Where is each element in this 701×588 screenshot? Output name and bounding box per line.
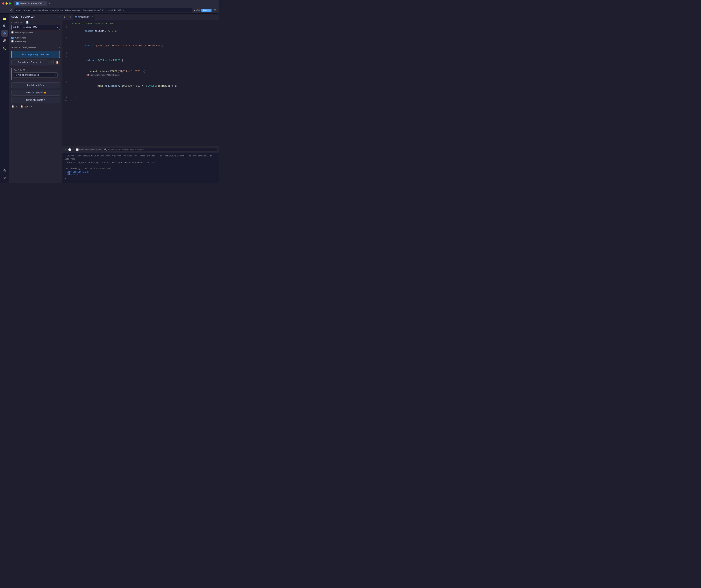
sidebar-header-icons: ✓ › bbox=[56, 15, 60, 18]
menu-button[interactable]: ☰ bbox=[213, 8, 217, 12]
compile-button[interactable]: ↻ Compile MyToken.sol bbox=[11, 51, 60, 58]
ethers-link[interactable]: ethers.js bbox=[67, 173, 78, 175]
line-number-9: 9 bbox=[62, 95, 69, 99]
console-bullet-ethers: •ethers.js bbox=[64, 173, 216, 175]
bytecode-label: Bytecode bbox=[24, 105, 32, 108]
back-button[interactable]: ‹ bbox=[2, 8, 4, 12]
publish-ipfs-button[interactable]: Publish on Ipfs ● bbox=[11, 82, 60, 88]
tab-close-button[interactable]: × bbox=[44, 2, 45, 4]
new-tab-button[interactable]: + bbox=[48, 2, 51, 5]
sidebar-title: SOLIDITY COMPILER bbox=[11, 16, 35, 18]
forward-button[interactable]: › bbox=[6, 8, 8, 12]
addressbar: ‹ › ↺ ● VPN Update ☰ bbox=[0, 7, 219, 14]
tab-bar: R Remix - Ethereum IDE × + bbox=[14, 1, 216, 6]
compiler-section: COMPILER + 📄 0.8.22+commit.4fc1097e ▾ In… bbox=[9, 20, 62, 45]
activity-plugin-icon[interactable]: 🔌 bbox=[1, 167, 8, 174]
update-button[interactable]: Update bbox=[201, 9, 212, 12]
zoom-in-icon[interactable]: ⊕ bbox=[69, 15, 71, 18]
reload-button[interactable]: ↺ bbox=[9, 8, 13, 12]
line-number-10: 10 bbox=[62, 99, 69, 103]
activity-bar: 📁 🔍 ⚙ 🚀 🐛 🔌 ⚙ bbox=[0, 14, 9, 183]
deploy-icon: 🚀 bbox=[3, 39, 6, 42]
settings-icon: ⚙ bbox=[3, 176, 6, 180]
minimize-window-button[interactable] bbox=[5, 2, 8, 5]
activity-compiler-icon[interactable]: ⚙ bbox=[1, 30, 8, 37]
bytecode-copy-item[interactable]: 📋 Bytecode bbox=[20, 105, 32, 108]
editor-tab-mytoken[interactable]: MyToken.sol × bbox=[73, 14, 95, 20]
publish-swarm-label: Publish on Swarm bbox=[25, 91, 43, 94]
auto-compile-label[interactable]: Auto compile bbox=[15, 37, 26, 39]
line-number-7: 7 bbox=[62, 66, 69, 80]
gas-hint: ⛽ infinite gas 733800 gas bbox=[86, 74, 120, 76]
code-line-6: 6 contract MyToken is ERC20 { bbox=[62, 55, 219, 66]
contract-select-wrapper: MyToken (MyToken.sol) ▾ bbox=[14, 72, 57, 77]
auto-compile-checkbox[interactable] bbox=[11, 37, 14, 39]
debug-icon: 🐛 bbox=[3, 46, 6, 50]
web3-link[interactable]: web3 version 1.5.2 bbox=[67, 171, 89, 173]
line-number-2: 2 bbox=[62, 26, 69, 37]
zoom-out-icon[interactable]: ⊖ bbox=[66, 15, 69, 18]
search-icon: 🔍 bbox=[3, 24, 6, 28]
line-content-3 bbox=[69, 37, 219, 40]
activity-deploy-icon[interactable]: 🚀 bbox=[1, 37, 8, 44]
address-bar-right: ● VPN Update ☰ bbox=[194, 8, 217, 12]
contract-select[interactable]: MyToken (MyToken.sol) bbox=[14, 72, 57, 77]
publish-swarm-button[interactable]: Publish on Swarm 🔶 bbox=[11, 90, 60, 95]
transaction-search-input[interactable] bbox=[108, 149, 215, 151]
file-button[interactable]: 📄 bbox=[26, 21, 29, 24]
info-button[interactable]: ℹ bbox=[48, 60, 54, 65]
compiler-label-row: COMPILER + 📄 bbox=[11, 21, 60, 24]
auto-compile-row: Auto compile bbox=[11, 36, 60, 39]
tab-close-icon[interactable]: × bbox=[92, 16, 93, 18]
console-prompt[interactable]: > bbox=[64, 178, 66, 180]
main-layout: 📁 🔍 ⚙ 🚀 🐛 🔌 ⚙ SOLIDITY COMPILER ✓ › bbox=[0, 14, 219, 183]
sidebar-header: SOLIDITY COMPILER ✓ › bbox=[9, 14, 62, 20]
compiler-label-text: COMPILER bbox=[11, 21, 22, 23]
include-nightly-checkbox[interactable] bbox=[11, 31, 14, 33]
compiler-version-select[interactable]: 0.8.22+commit.4fc1097e bbox=[12, 25, 60, 30]
copy-icon: 📋 bbox=[56, 61, 59, 64]
maximize-window-button[interactable] bbox=[9, 2, 11, 5]
clock-icon: 🕐 bbox=[68, 148, 71, 151]
hide-warnings-checkbox[interactable] bbox=[11, 40, 14, 42]
compile-run-button[interactable]: Compile and Run script bbox=[11, 59, 47, 65]
line-content-4: import "@openzeppelin/contracts/token/ER… bbox=[69, 40, 219, 51]
collapse-icon[interactable]: ⬇ bbox=[64, 148, 66, 151]
activity-settings-icon[interactable]: ⚙ bbox=[1, 174, 8, 181]
copy-script-button[interactable]: 📋 bbox=[55, 60, 60, 65]
include-nightly-label[interactable]: Include nightly builds bbox=[15, 31, 33, 33]
close-window-button[interactable] bbox=[2, 2, 4, 5]
expand-icon[interactable]: › bbox=[59, 15, 60, 18]
console-bullet-web3: •web3 version 1.5.2 bbox=[64, 171, 216, 173]
bottom-toolbar: ⬇ 🕐 0 listen on all transactions 🔍 bbox=[62, 146, 219, 153]
address-input[interactable] bbox=[14, 8, 193, 12]
code-editor[interactable]: 1 // SPDX-License-Identifier: MIT 2 prag… bbox=[62, 20, 219, 146]
listen-checkbox[interactable] bbox=[76, 148, 78, 151]
activity-files-icon[interactable]: 📁 bbox=[1, 15, 8, 22]
activity-search-icon[interactable]: 🔍 bbox=[1, 23, 8, 29]
line-number-1: 1 bbox=[62, 22, 69, 26]
code-line-7: 7 constructor() ERC20("MyToken", "MT") {… bbox=[62, 66, 219, 80]
console-line-3: The following libraries are accessible: bbox=[64, 167, 216, 170]
swarm-icon: 🔶 bbox=[44, 91, 46, 94]
bytecode-copy-icon: 📋 bbox=[20, 105, 23, 108]
editor-tabs: ▶ ⊖ ⊕ MyToken.sol × bbox=[62, 14, 219, 20]
line-content-9: } bbox=[69, 95, 219, 99]
run-icon[interactable]: ▶ bbox=[64, 15, 66, 18]
compilation-details-button[interactable]: Compilation Details bbox=[11, 97, 60, 103]
hide-warnings-label[interactable]: Hide warnings bbox=[15, 40, 27, 42]
sidebar: SOLIDITY COMPILER ✓ › COMPILER + 📄 0.8.2… bbox=[9, 14, 62, 183]
browser-tab[interactable]: R Remix - Ethereum IDE × bbox=[14, 1, 47, 6]
listen-label[interactable]: listen on all transactions bbox=[79, 149, 101, 151]
tab-active-dot bbox=[75, 16, 77, 18]
publish-ipfs-label: Publish on Ipfs bbox=[27, 84, 42, 86]
activity-debug-icon[interactable]: 🐛 bbox=[1, 45, 8, 51]
add-compiler-button[interactable]: + bbox=[23, 21, 25, 24]
code-line-8: 8 _mint(msg.sender, 1000000 * (10 ** uin… bbox=[62, 80, 219, 95]
advanced-config-row[interactable]: Advanced Configurations › bbox=[9, 45, 62, 50]
abi-copy-item[interactable]: 📋 ABI bbox=[11, 105, 18, 108]
transaction-search-box[interactable]: 🔍 bbox=[102, 148, 217, 152]
code-line-9: 9 } bbox=[62, 95, 219, 99]
code-line-2: 2 pragma solidity ^0.8.0; bbox=[62, 26, 219, 37]
code-line-10: 10 } bbox=[62, 99, 219, 103]
